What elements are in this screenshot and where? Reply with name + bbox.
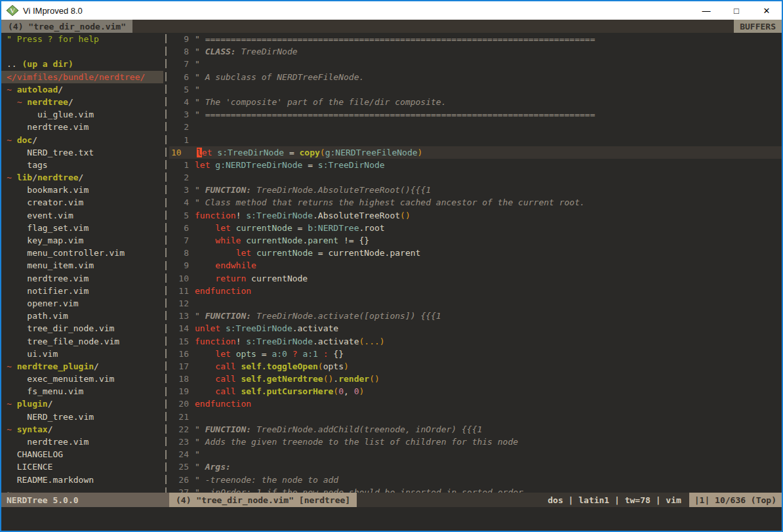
tree-item[interactable]: nerdtree.vim — [1, 272, 163, 285]
code-line[interactable]: 27" -inOrder: 1 if the new node should b… — [169, 486, 782, 493]
code-line[interactable]: 6 let currentNode = b:NERDTree.root — [169, 222, 782, 234]
code-line[interactable]: 5function! s:TreeDirNode.AbsoluteTreeRoo… — [169, 209, 782, 222]
tree-item[interactable]: ~ syntax/ — [1, 423, 163, 436]
tree-item[interactable]: event.vim — [1, 209, 163, 222]
line-number: 5 — [169, 209, 195, 222]
code-line[interactable]: 12 — [169, 297, 782, 310]
code-text: " — [195, 83, 200, 96]
tree-item[interactable]: CHANGELOG — [1, 448, 163, 460]
tab-tree-dir-node[interactable]: (4) "tree_dir_node.vim" — [1, 20, 132, 33]
code-line[interactable]: 11endfunction — [169, 285, 782, 297]
close-button[interactable]: ✕ — [752, 1, 782, 20]
code-line[interactable]: 23" Adds the given treenode to the list … — [169, 436, 782, 448]
tree-item[interactable]: menu_controller.vim — [1, 247, 163, 259]
tree-item[interactable]: path.vim — [1, 310, 163, 322]
tree-item[interactable]: ~ plugin/ — [1, 398, 163, 410]
code-line[interactable]: 3" FUNCTION: TreeDirNode.AbsoluteTreeRoo… — [169, 184, 782, 196]
code-line[interactable]: 20endfunction — [169, 398, 782, 410]
tree-item[interactable]: ~ nerdtree/ — [1, 96, 163, 108]
tree-item[interactable]: ~ autoload/ — [1, 83, 163, 96]
tree-item[interactable]: flag_set.vim — [1, 222, 163, 234]
window-split-separator[interactable] — [163, 33, 169, 493]
code-line[interactable]: 1 — [169, 134, 782, 146]
tree-item[interactable]: ui.vim — [1, 348, 163, 360]
code-text: call self.getNerdtree().render() — [195, 373, 380, 385]
line-number: 18 — [169, 373, 195, 385]
tree-item[interactable]: LICENCE — [1, 460, 163, 473]
tree-item[interactable]: nerdtree.vim — [1, 436, 163, 448]
code-line[interactable]: 9" =====================================… — [169, 33, 782, 45]
code-line[interactable]: 24" — [169, 448, 782, 460]
window-title: Vi IMproved 8.0 — [23, 6, 691, 16]
maximize-button[interactable]: □ — [721, 1, 752, 20]
code-line[interactable]: 22" FUNCTION: TreeDirNode.addChild(treen… — [169, 423, 782, 436]
tree-item[interactable]: tree_file_node.vim — [1, 335, 163, 348]
code-text: " — [195, 58, 200, 70]
line-number: 23 — [169, 436, 195, 448]
editor-panel[interactable]: 9" =====================================… — [169, 33, 782, 493]
code-text: let g:NERDTreeDirNode = s:TreeDirNode — [195, 159, 385, 171]
code-text: endfunction — [195, 285, 251, 297]
tree-item[interactable]: opener.vim — [1, 297, 163, 310]
code-line[interactable]: 19 call self.putCursorHere(0, 0) — [169, 385, 782, 398]
tree-root-item[interactable]: </vimfiles/bundle/nerdtree/ — [1, 71, 163, 83]
line-number: 7 — [169, 234, 195, 247]
code-line[interactable]: 5" — [169, 83, 782, 96]
tree-item[interactable]: creator.vim — [1, 196, 163, 209]
code-line[interactable]: 2 — [169, 121, 782, 133]
code-line[interactable]: 8 let currentNode = currentNode.parent — [169, 247, 782, 259]
tree-item[interactable]: ~ doc/ — [1, 134, 163, 146]
code-line[interactable]: 10 return currentNode — [169, 272, 782, 285]
line-number: 1 — [169, 134, 195, 146]
code-line[interactable]: 25" Args: — [169, 460, 782, 473]
tree-item[interactable]: notifier.vim — [1, 285, 163, 297]
code-line[interactable]: 26" -treenode: the node to add — [169, 474, 782, 486]
command-line[interactable] — [1, 507, 782, 531]
code-line[interactable]: 3" =====================================… — [169, 108, 782, 121]
line-number: 7 — [169, 58, 195, 70]
tree-item[interactable]: ~ lib/nerdtree/ — [1, 171, 163, 184]
code-text: let currentNode = b:NERDTree.root — [195, 222, 385, 234]
tree-item[interactable]: .. (up a dir) — [1, 58, 163, 70]
tab-spacer — [132, 20, 734, 33]
tree-item[interactable]: ~ — [1, 486, 163, 493]
code-line[interactable]: 6" A subclass of NERDTreeFileNode. — [169, 71, 782, 83]
code-line[interactable]: 9 endwhile — [169, 259, 782, 272]
tree-item[interactable]: fs_menu.vim — [1, 385, 163, 398]
tree-item[interactable] — [1, 45, 163, 58]
tree-item[interactable]: " Press ? for help — [1, 33, 163, 45]
tree-item[interactable]: NERD_tree.txt — [1, 146, 163, 159]
code-line-current[interactable]: 10let s:TreeDirNode = copy(g:NERDTreeFil… — [169, 146, 782, 159]
code-line[interactable]: 4" Class method that returns the highest… — [169, 196, 782, 209]
code-line[interactable]: 4" The 'composite' part of the file/dir … — [169, 96, 782, 108]
tree-item[interactable]: menu_item.vim — [1, 259, 163, 272]
code-line[interactable]: 15function! s:TreeDirNode.activate(...) — [169, 335, 782, 348]
code-line[interactable]: 1let g:NERDTreeDirNode = s:TreeDirNode — [169, 159, 782, 171]
tree-item[interactable]: tags — [1, 159, 163, 171]
code-line[interactable]: 18 call self.getNerdtree().render() — [169, 373, 782, 385]
nerdtree-panel[interactable]: " Press ? for help.. (up a dir)</vimfile… — [1, 33, 163, 493]
code-line[interactable]: 13" FUNCTION: TreeDirNode.activate([opti… — [169, 310, 782, 322]
code-line[interactable]: 2 — [169, 171, 782, 184]
line-number: 27 — [169, 486, 195, 493]
code-line[interactable]: 14unlet s:TreeDirNode.activate — [169, 322, 782, 335]
tree-item[interactable]: ui_glue.vim — [1, 108, 163, 121]
code-line[interactable]: 8" CLASS: TreeDirNode — [169, 45, 782, 58]
tree-item[interactable]: nerdtree.vim — [1, 121, 163, 133]
tree-item[interactable]: ~ nerdtree_plugin/ — [1, 360, 163, 373]
tree-item[interactable]: bookmark.vim — [1, 184, 163, 196]
code-text: " FUNCTION: TreeDirNode.addChild(treenod… — [195, 423, 482, 436]
code-line[interactable]: 16 let opts = a:0 ? a:1 : {} — [169, 348, 782, 360]
code-line[interactable]: 7" — [169, 58, 782, 70]
tree-item[interactable]: exec_menuitem.vim — [1, 373, 163, 385]
tree-item[interactable]: NERD_tree.vim — [1, 411, 163, 423]
code-line[interactable]: 21 — [169, 411, 782, 423]
tree-item[interactable]: key_map.vim — [1, 234, 163, 247]
code-line[interactable]: 7 while currentNode.parent != {} — [169, 234, 782, 247]
tree-item[interactable]: README.markdown — [1, 474, 163, 486]
code-line[interactable]: 17 call self.toggleOpen(opts) — [169, 360, 782, 373]
line-number: 6 — [169, 222, 195, 234]
minimize-button[interactable]: — — [691, 1, 721, 20]
tree-item[interactable]: tree_dir_node.vim — [1, 322, 163, 335]
svg-text:V: V — [10, 7, 15, 14]
